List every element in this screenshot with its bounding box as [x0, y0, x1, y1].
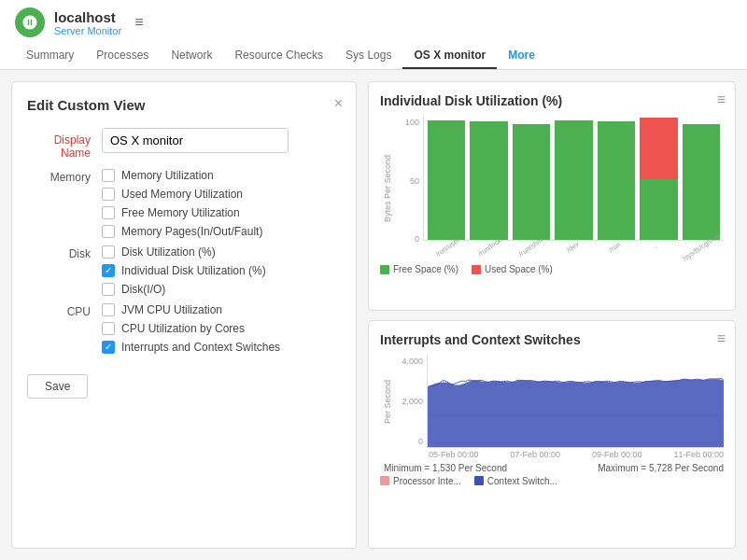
interrupts-y-axis: 4,000 2,000 0	[397, 355, 427, 448]
bar-2-green	[470, 121, 507, 240]
disk-section: Disk Disk Utilization (%) Individual Dis…	[27, 245, 341, 296]
y-50: 50	[410, 176, 419, 186]
x-feb09: 09-Feb 00:00	[592, 450, 642, 459]
disk-y-label: Bytes Per Second	[380, 116, 395, 260]
checkbox-used-memory[interactable]: Used Memory Utilization	[102, 188, 262, 201]
legend-free-label: Free Space (%)	[393, 264, 458, 274]
legend-context: Context Switch...	[474, 476, 557, 486]
checkbox-disk-io-box[interactable]	[102, 283, 115, 296]
hamburger-icon[interactable]: ≡	[134, 14, 143, 31]
logo-icon	[15, 7, 45, 37]
legend-processor-label: Processor Inte...	[393, 476, 461, 486]
save-button[interactable]: Save	[27, 374, 88, 399]
legend-free: Free Space (%)	[380, 264, 458, 274]
disk-chart-wrapper: Bytes Per Second 100 50 0	[380, 116, 724, 260]
cpu-checkboxes: JVM CPU Utilization CPU Utilization by C…	[102, 303, 280, 354]
disk-y-axis: 100 50 0	[397, 116, 423, 260]
disk-label: Disk	[27, 245, 102, 260]
bar-4-green	[555, 120, 592, 240]
checkbox-memory-utilization[interactable]: Memory Utilization	[102, 169, 262, 182]
memory-header: Memory Memory Utilization Used Memory Ut…	[27, 169, 341, 238]
cpu-header: CPU JVM CPU Utilization CPU Utilization …	[27, 303, 341, 354]
checkbox-jvm-cpu[interactable]: JVM CPU Utilization	[102, 303, 280, 316]
checkbox-individual-disk[interactable]: Individual Disk Utilization (%)	[102, 264, 266, 277]
disk-chart-legend: Free Space (%) Used Space (%)	[380, 264, 724, 274]
interrupts-chart-wrapper: Per Second 4,000 2,000 0	[380, 355, 724, 448]
cpu-label: CPU	[27, 303, 102, 318]
main-content: Edit Custom View × Display Name Memory M…	[0, 70, 747, 560]
tab-resource-checks[interactable]: Resource Checks	[223, 43, 334, 69]
bar-2	[470, 118, 507, 240]
stat-max: Maximum = 5,728 Per Second	[598, 463, 724, 473]
host-subtitle-link[interactable]: Server Monitor	[54, 25, 121, 36]
bar-7	[683, 118, 720, 240]
area-fill	[428, 379, 724, 447]
tab-sys-logs[interactable]: Sys Logs	[334, 43, 402, 69]
checkbox-disk-util-box[interactable]	[102, 245, 115, 259]
host-name: localhost	[54, 9, 121, 25]
checkbox-used-memory-label: Used Memory Utilization	[121, 188, 243, 201]
legend-context-dot	[474, 476, 484, 485]
cpu-section: CPU JVM CPU Utilization CPU Utilization …	[27, 303, 341, 354]
close-button[interactable]: ×	[334, 95, 343, 112]
checkbox-cpu-cores-box[interactable]	[102, 322, 115, 335]
tab-osx-monitor[interactable]: OS X monitor	[402, 43, 497, 69]
legend-free-dot	[380, 265, 389, 274]
chart2-menu-icon[interactable]: ≡	[717, 330, 726, 347]
checkbox-jvm-cpu-box[interactable]	[102, 303, 115, 316]
panel-title: Edit Custom View	[27, 97, 341, 113]
nav-tabs: Summary Processes Network Resource Check…	[15, 43, 732, 69]
bar-1	[428, 118, 465, 240]
checkbox-interrupts-box[interactable]	[102, 341, 115, 354]
interrupts-x-labels: 05-Feb 00:00 07-Feb 00:00 09-Feb 00:00 1…	[380, 450, 724, 459]
chart1-menu-icon[interactable]: ≡	[717, 91, 726, 108]
y-100: 100	[405, 118, 419, 127]
checkbox-free-memory-box[interactable]	[102, 206, 115, 219]
area-chart-svg	[428, 355, 724, 447]
checkbox-memory-pages[interactable]: Memory Pages(In/Out/Fault)	[102, 225, 262, 238]
display-name-label: Display Name	[27, 128, 102, 160]
bars-area: /run/user /run/lock /run/shm /dev /run -…	[423, 116, 724, 260]
bar-5-green	[598, 121, 635, 240]
stat-min: Minimum = 1,530 Per Second	[384, 463, 507, 473]
legend-context-label: Context Switch...	[487, 476, 557, 486]
checkbox-disk-io[interactable]: Disk(I/O)	[102, 283, 266, 296]
tab-more[interactable]: More	[497, 43, 546, 69]
bar-4	[555, 118, 592, 240]
x-feb05: 05-Feb 00:00	[429, 450, 479, 459]
legend-processor-dot	[380, 476, 389, 485]
checkbox-cpu-cores-label: CPU Utilization by Cores	[121, 322, 245, 335]
tab-processes[interactable]: Processes	[85, 43, 160, 69]
checkbox-interrupts[interactable]: Interrupts and Context Switches	[102, 341, 280, 354]
checkbox-free-memory[interactable]: Free Memory Utilization	[102, 206, 262, 219]
disk-header: Disk Disk Utilization (%) Individual Dis…	[27, 245, 341, 296]
bar-6-green	[640, 179, 677, 241]
checkbox-individual-disk-label: Individual Disk Utilization (%)	[121, 264, 266, 277]
left-panel: Edit Custom View × Display Name Memory M…	[11, 81, 357, 549]
checkbox-free-memory-label: Free Memory Utilization	[121, 206, 240, 219]
app-container: localhost Server Monitor ≡ Summary Proce…	[0, 0, 747, 560]
checkbox-jvm-cpu-label: JVM CPU Utilization	[121, 303, 222, 316]
checkbox-interrupts-label: Interrupts and Context Switches	[121, 341, 280, 354]
checkbox-individual-disk-box[interactable]	[102, 264, 115, 277]
interrupts-chart-legend: Processor Inte... Context Switch...	[380, 476, 724, 486]
checkbox-disk-util[interactable]: Disk Utilization (%)	[102, 245, 266, 259]
x-labels: /run/user /run/lock /run/shm /dev /run -…	[423, 244, 724, 260]
bar-7-green	[683, 124, 720, 240]
interrupts-chart-title: Interrupts and Context Switches	[380, 332, 724, 347]
checkbox-cpu-cores[interactable]: CPU Utilization by Cores	[102, 322, 280, 335]
x-feb11: 11-Feb 00:00	[673, 450, 724, 459]
display-name-input[interactable]	[102, 128, 289, 153]
legend-processor: Processor Inte...	[380, 476, 461, 486]
checkbox-used-memory-box[interactable]	[102, 188, 115, 201]
bar-1-green	[428, 120, 465, 240]
tab-network[interactable]: Network	[160, 43, 223, 69]
area-chart-container	[427, 355, 724, 448]
checkbox-memory-pages-box[interactable]	[102, 225, 115, 238]
host-subtitle: Server Monitor	[54, 25, 121, 36]
checkbox-memory-utilization-box[interactable]	[102, 169, 115, 182]
tab-summary[interactable]: Summary	[15, 43, 85, 69]
checkbox-disk-io-label: Disk(I/O)	[121, 283, 165, 296]
interrupts-chart-card: Interrupts and Context Switches ≡ ➜ Per …	[368, 320, 736, 550]
display-name-row: Display Name	[27, 128, 341, 160]
